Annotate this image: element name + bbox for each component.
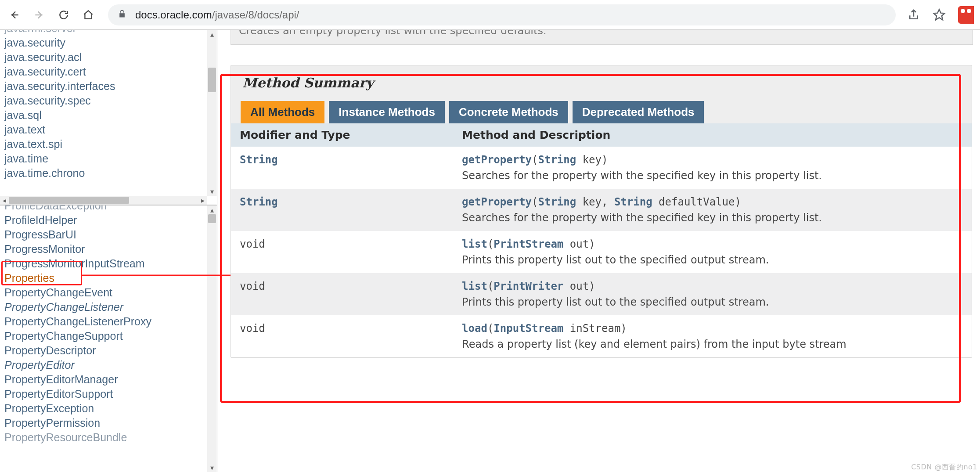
list-item[interactable]: java.text.spi xyxy=(4,137,217,151)
tab-instance-methods[interactable]: Instance Methods xyxy=(329,101,445,123)
reload-button[interactable] xyxy=(53,4,75,26)
cell-return-type: void xyxy=(231,273,453,315)
list-item[interactable]: PropertyException xyxy=(4,401,217,416)
list-item[interactable]: java.security.spec xyxy=(4,94,217,108)
cell-method: getProperty(String key, String defaultVa… xyxy=(453,189,972,231)
home-icon xyxy=(83,9,94,21)
table-row: voidlist(PrintWriter out)Prints this pro… xyxy=(231,273,972,315)
cell-return-type: void xyxy=(231,231,453,273)
list-item[interactable]: PropertyChangeListener xyxy=(4,300,217,314)
list-item[interactable]: java.security.interfaces xyxy=(4,79,217,94)
cell-method: list(PrintStream out)Prints this propert… xyxy=(453,231,972,273)
address-bar[interactable]: docs.oracle.com/javase/8/docs/api/ xyxy=(108,4,896,25)
arrow-left-icon xyxy=(9,9,20,21)
scroll-left-icon[interactable]: ◂ xyxy=(0,196,9,205)
list-item[interactable]: PropertyEditorSupport xyxy=(4,387,217,401)
tab-concrete-methods[interactable]: Concrete Methods xyxy=(449,101,568,123)
list-item[interactable]: PropertyResourceBundle xyxy=(4,430,217,445)
list-item[interactable]: java.security xyxy=(4,36,217,50)
tab-deprecated-methods[interactable]: Deprecated Methods xyxy=(573,101,704,123)
column-header-method: Method and Description xyxy=(453,123,972,147)
constructor-description: Creates an empty property list with the … xyxy=(239,30,965,37)
list-item[interactable]: PropertyChangeSupport xyxy=(4,329,217,343)
method-link[interactable]: list xyxy=(462,280,487,292)
class-list[interactable]: ProfileDataExceptionProfileIdHelperProgr… xyxy=(0,205,217,445)
tab-all-methods[interactable]: All Methods xyxy=(241,101,324,123)
constructor-summary-fragment: Creates an empty property list with the … xyxy=(231,30,973,45)
home-button[interactable] xyxy=(77,4,99,26)
javadoc-main-frame[interactable]: Creates an empty property list with the … xyxy=(217,30,980,472)
bookmark-star-icon[interactable] xyxy=(933,8,946,22)
table-row: voidload(InputStream inStream)Reads a pr… xyxy=(231,315,972,357)
list-item[interactable]: java.time xyxy=(4,151,217,166)
table-row: StringgetProperty(String key)Searches fo… xyxy=(231,147,972,189)
type-link[interactable]: String xyxy=(538,196,576,208)
type-link[interactable]: PrintStream xyxy=(494,238,563,250)
package-list-frame: java.rmi.serverjava.securityjava.securit… xyxy=(0,30,217,205)
scroll-up-icon[interactable]: ▴ xyxy=(207,30,217,39)
method-filter-tabs: All MethodsInstance MethodsConcrete Meth… xyxy=(231,101,972,123)
type-link[interactable]: String xyxy=(538,154,576,166)
extension-icon[interactable] xyxy=(958,6,974,24)
browser-toolbar: docs.oracle.com/javase/8/docs/api/ xyxy=(0,0,980,30)
list-item[interactable]: PropertyEditorManager xyxy=(4,372,217,387)
list-item[interactable]: java.time.chrono xyxy=(4,166,217,180)
forward-button[interactable] xyxy=(28,4,50,26)
url-host: docs.oracle.com xyxy=(135,9,212,21)
list-item[interactable]: ProgressMonitorInputStream xyxy=(4,256,217,271)
package-list[interactable]: java.rmi.serverjava.securityjava.securit… xyxy=(0,30,217,180)
list-item[interactable]: ProgressMonitor xyxy=(4,242,217,256)
scroll-down-icon[interactable]: ▾ xyxy=(207,463,217,472)
list-item[interactable]: PropertyPermission xyxy=(4,416,217,430)
scrollbar-thumb[interactable] xyxy=(9,197,129,204)
list-item[interactable]: PropertyDescriptor xyxy=(4,343,217,358)
share-icon[interactable] xyxy=(907,8,920,22)
method-link[interactable]: getProperty xyxy=(462,154,532,166)
watermark-text: CSDN @西晋的no1 xyxy=(911,463,977,472)
list-item[interactable]: java.text xyxy=(4,123,217,137)
table-row: StringgetProperty(String key, String def… xyxy=(231,189,972,231)
package-frame-vertical-scrollbar[interactable]: ▴ ▾ xyxy=(207,30,217,196)
cell-return-type: String xyxy=(231,147,453,189)
table-row: voidlist(PrintStream out)Prints this pro… xyxy=(231,231,972,273)
scroll-right-icon[interactable]: ▸ xyxy=(198,196,207,205)
method-link[interactable]: list xyxy=(462,238,487,250)
cell-method: list(PrintWriter out)Prints this propert… xyxy=(453,273,972,315)
list-item[interactable]: java.security.cert xyxy=(4,65,217,79)
list-item[interactable]: ProfileIdHelper xyxy=(4,213,217,227)
list-item[interactable]: PropertyChangeEvent xyxy=(4,285,217,300)
scrollbar-thumb[interactable] xyxy=(208,68,216,92)
arrow-right-icon xyxy=(33,9,45,21)
list-item[interactable]: PropertyChangeListenerProxy xyxy=(4,314,217,329)
method-summary-table: Modifier and Type Method and Description… xyxy=(231,123,972,357)
package-frame-horizontal-scrollbar[interactable]: ◂ ▸ xyxy=(0,196,207,205)
type-link[interactable]: InputStream xyxy=(494,322,563,335)
method-link[interactable]: getProperty xyxy=(462,196,532,208)
type-link[interactable]: PrintWriter xyxy=(494,280,563,292)
list-item[interactable]: PropertyEditor xyxy=(4,358,217,372)
toolbar-right xyxy=(907,6,976,24)
url-path: /javase/8/docs/api/ xyxy=(212,9,299,21)
cell-method: load(InputStream inStream)Reads a proper… xyxy=(453,315,972,357)
javadoc-left-frames: java.rmi.serverjava.securityjava.securit… xyxy=(0,30,217,472)
scrollbar-thumb[interactable] xyxy=(208,214,216,223)
content-area: java.rmi.serverjava.securityjava.securit… xyxy=(0,30,980,472)
url-text: docs.oracle.com/javase/8/docs/api/ xyxy=(135,9,299,21)
back-button[interactable] xyxy=(4,4,25,26)
class-link-properties[interactable]: Properties xyxy=(4,271,217,285)
list-item[interactable]: java.rmi.server xyxy=(4,30,217,36)
scroll-down-icon[interactable]: ▾ xyxy=(207,187,217,196)
class-list-frame: ProfileDataExceptionProfileIdHelperProgr… xyxy=(0,205,217,472)
type-link[interactable]: String xyxy=(614,196,652,208)
scroll-up-icon[interactable]: ▴ xyxy=(207,205,217,214)
list-item[interactable]: java.sql xyxy=(4,108,217,123)
list-item[interactable]: java.security.acl xyxy=(4,50,217,65)
section-heading: Method Summary xyxy=(231,65,972,101)
list-item[interactable]: ProgressBarUI xyxy=(4,227,217,242)
list-item[interactable]: ProfileDataException xyxy=(4,205,217,213)
method-summary-section: Method Summary All MethodsInstance Metho… xyxy=(231,65,972,358)
class-frame-vertical-scrollbar[interactable]: ▴ ▾ xyxy=(207,205,217,472)
reload-icon xyxy=(58,9,69,21)
lock-icon xyxy=(118,9,126,21)
method-link[interactable]: load xyxy=(462,322,487,335)
